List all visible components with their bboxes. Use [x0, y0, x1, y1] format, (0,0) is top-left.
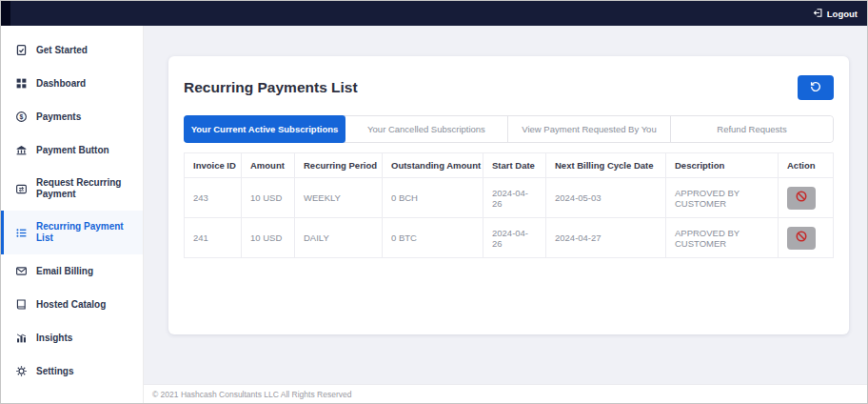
col-action: Action — [779, 153, 834, 178]
sidebar-item-label: Hosted Catalog — [36, 299, 106, 311]
tab-cancelled-subscriptions[interactable]: Your Cancelled Subscriptions — [345, 116, 508, 142]
sidebar-item-hosted-catalog[interactable]: Hosted Catalog — [1, 288, 143, 321]
col-invoice-id: Invoice ID — [185, 153, 242, 178]
sidebar-item-label: Settings — [36, 366, 73, 377]
tab-refund-requests[interactable]: Refund Requests — [671, 116, 833, 142]
logout-icon — [813, 8, 823, 20]
cell-start-date: 2024-04-26 — [483, 178, 546, 218]
gear-icon — [15, 365, 28, 377]
main-content: Recurring Payments List Your Current Act… — [144, 26, 868, 403]
cell-amount: 10 USD — [242, 218, 295, 258]
cell-outstanding-amount: 0 BTC — [383, 218, 483, 258]
cell-outstanding-amount: 0 BCH — [383, 178, 483, 218]
cell-next-billing-cycle-date: 2024-04-27 — [546, 218, 666, 258]
logout-label: Logout — [827, 9, 858, 19]
cell-amount: 10 USD — [242, 178, 295, 218]
tab-current-active-subscriptions[interactable]: Your Current Active Subscriptions — [184, 115, 346, 143]
cell-next-billing-cycle-date: 2024-05-03 — [546, 178, 666, 218]
subscriptions-table: Invoice ID Amount Recurring Period Outst… — [184, 152, 834, 258]
sidebar-item-payments[interactable]: $ Payments — [1, 100, 143, 133]
sidebar-item-label: Request Recurring Payment — [36, 177, 133, 200]
sidebar-item-label: Dashboard — [36, 78, 86, 90]
sidebar-item-payment-button[interactable]: Payment Button — [1, 133, 143, 167]
dollar-circle-icon: $ — [15, 111, 28, 123]
cancel-subscription-button[interactable] — [787, 227, 816, 250]
recurring-payments-card: Recurring Payments List Your Current Act… — [168, 56, 849, 334]
sidebar-item-label: Insights — [36, 333, 72, 344]
cancel-subscription-button[interactable] — [787, 187, 816, 210]
svg-text:$: $ — [20, 113, 24, 121]
cell-description: APPROVED BY CUSTOMER — [666, 178, 779, 218]
page-title: Recurring Payments List — [184, 79, 358, 96]
sidebar-item-recurring-payment-list[interactable]: Recurring Payment List — [1, 211, 143, 254]
clipboard-check-icon — [15, 44, 28, 56]
logout-button[interactable]: Logout — [813, 8, 858, 20]
history-button[interactable] — [798, 75, 834, 100]
block-icon — [795, 190, 808, 206]
table-row: 243 10 USD WEEKLY 0 BCH 2024-04-26 2024-… — [185, 178, 834, 218]
cell-recurring-period: DAILY — [295, 218, 383, 258]
col-outstanding-amount: Outstanding Amount — [383, 153, 483, 178]
app-window: Logout Get Started Dashboard $ — [0, 0, 868, 404]
sidebar-item-label: Email Billing — [36, 266, 93, 277]
logo — [1, 1, 10, 26]
copyright-text: © 2021 Hashcash Consultants LLC All Righ… — [152, 390, 351, 399]
cell-invoice-id: 243 — [185, 178, 242, 218]
block-icon — [795, 230, 808, 246]
sidebar-item-settings[interactable]: Settings — [1, 354, 143, 388]
sidebar: Get Started Dashboard $ Payments Payment… — [1, 26, 144, 403]
grid-icon — [15, 77, 28, 90]
cell-action — [779, 178, 834, 218]
sidebar-item-label: Recurring Payment List — [36, 221, 133, 244]
transfer-card-icon — [15, 183, 28, 195]
history-icon — [809, 80, 822, 96]
copyright-footer: © 2021 Hashcash Consultants LLC All Righ… — [144, 384, 868, 403]
cell-recurring-period: WEEKLY — [295, 178, 383, 218]
book-icon — [15, 298, 28, 311]
top-navbar: Logout — [1, 1, 867, 26]
sidebar-item-email-billing[interactable]: Email Billing — [1, 254, 143, 288]
sidebar-item-get-started[interactable]: Get Started — [1, 33, 143, 67]
col-description: Description — [666, 153, 779, 178]
sidebar-item-label: Payment Button — [36, 145, 109, 156]
table-row: 241 10 USD DAILY 0 BTC 2024-04-26 2024-0… — [185, 218, 834, 258]
bar-chart-icon — [15, 332, 28, 344]
subscription-tabs: Your Current Active Subscriptions Your C… — [184, 115, 834, 143]
envelope-icon — [15, 265, 28, 277]
col-amount: Amount — [242, 153, 295, 178]
sidebar-item-request-recurring-payment[interactable]: Request Recurring Payment — [1, 167, 143, 211]
sidebar-item-label: Payments — [36, 111, 81, 123]
list-icon — [15, 227, 28, 239]
sidebar-item-insights[interactable]: Insights — [1, 321, 143, 354]
cell-start-date: 2024-04-26 — [483, 218, 546, 258]
col-next-billing-cycle-date: Next Billing Cycle Date — [546, 153, 666, 178]
table-header-row: Invoice ID Amount Recurring Period Outst… — [185, 153, 834, 178]
sidebar-item-label: Get Started — [36, 45, 88, 56]
cell-action — [779, 218, 834, 258]
sidebar-item-dashboard[interactable]: Dashboard — [1, 67, 143, 100]
col-start-date: Start Date — [483, 153, 546, 178]
tab-payment-requested-by-you[interactable]: View Payment Requested By You — [508, 116, 671, 142]
col-recurring-period: Recurring Period — [295, 153, 383, 178]
bank-icon — [15, 144, 28, 156]
cell-description: APPROVED BY CUSTOMER — [666, 218, 779, 258]
cell-invoice-id: 241 — [185, 218, 242, 258]
